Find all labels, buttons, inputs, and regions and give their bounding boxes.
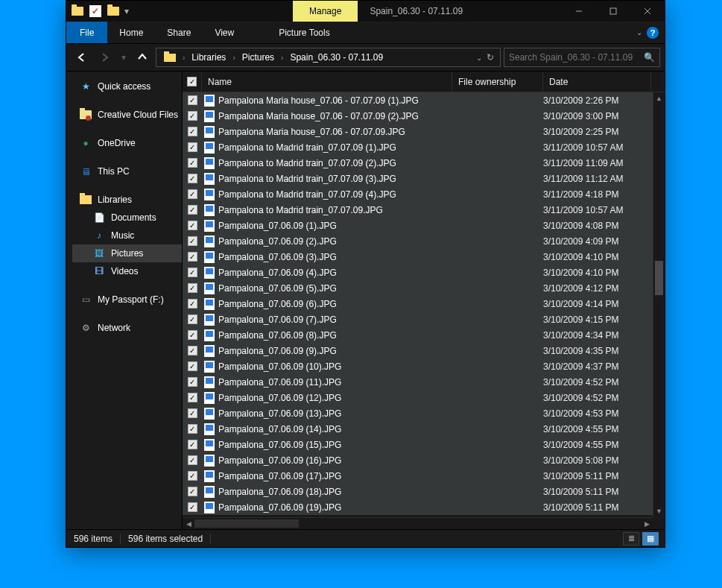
nav-creative-cloud[interactable]: Creative Cloud Files	[72, 106, 182, 124]
row-checkbox[interactable]: ✓	[188, 221, 197, 230]
file-row[interactable]: ✓Pampalona Maria house_07.06 - 07.07.09.…	[183, 124, 653, 139]
file-list[interactable]: ✓Pampalona Maria house_07.06 - 07.07.09 …	[183, 92, 665, 529]
navigation-pane[interactable]: ★ Quick access Creative Cloud Files ● On…	[66, 72, 183, 529]
file-row[interactable]: ✓Pampalona_07.06.09 (16).JPG3/10/2009 5:…	[183, 452, 653, 468]
row-checkbox[interactable]: ✓	[188, 487, 197, 496]
tab-home[interactable]: Home	[107, 22, 155, 43]
row-checkbox[interactable]: ✓	[188, 471, 197, 481]
nav-onedrive[interactable]: ● OneDrive	[72, 134, 182, 152]
row-checkbox[interactable]: ✓	[188, 424, 197, 434]
row-checkbox[interactable]: ✓	[188, 142, 197, 152]
chevron-right-icon[interactable]: ›	[230, 54, 237, 62]
qat-properties[interactable]: ✓	[87, 3, 104, 19]
row-checkbox[interactable]: ✓	[188, 205, 197, 215]
qat-new-folder[interactable]	[69, 3, 86, 19]
nav-network[interactable]: ⚙ Network	[72, 319, 182, 337]
nav-documents[interactable]: 📄 Documents	[72, 209, 182, 227]
scroll-down-icon[interactable]: ▼	[653, 505, 665, 517]
column-checkbox[interactable]: ✓	[183, 72, 202, 92]
row-checkbox[interactable]: ✓	[188, 268, 197, 277]
nav-this-pc[interactable]: 🖥 This PC	[72, 162, 182, 180]
file-row[interactable]: ✓Pampalona_07.06.09 (4).JPG3/10/2009 4:1…	[183, 265, 653, 280]
address-root-icon[interactable]	[159, 54, 180, 62]
scroll-thumb[interactable]	[194, 519, 299, 528]
file-row[interactable]: ✓Pampalona_07.06.09 (6).JPG3/10/2009 4:1…	[183, 296, 653, 312]
column-file-ownership[interactable]: File ownership	[452, 72, 543, 92]
tab-picture-tools[interactable]: Picture Tools	[267, 22, 341, 43]
row-checkbox[interactable]: ✓	[188, 408, 197, 418]
minimize-button[interactable]	[562, 1, 596, 22]
row-checkbox[interactable]: ✓	[188, 127, 197, 136]
row-checkbox[interactable]: ✓	[188, 440, 197, 449]
file-row[interactable]: ✓Pampalona_07.06.09 (9).JPG3/10/2009 4:3…	[183, 343, 653, 358]
up-button[interactable]	[132, 47, 153, 68]
refresh-button[interactable]: ↻	[487, 52, 494, 63]
nav-libraries[interactable]: Libraries	[72, 191, 182, 209]
search-box[interactable]: 🔍	[504, 48, 660, 67]
breadcrumb-pictures[interactable]: Pictures	[238, 52, 279, 63]
tab-file[interactable]: File	[66, 22, 107, 43]
row-checkbox[interactable]: ✓	[188, 502, 197, 512]
chevron-right-icon[interactable]: ›	[279, 54, 285, 62]
file-row[interactable]: ✓Pampalona_07.06.09 (7).JPG3/10/2009 4:1…	[183, 312, 653, 327]
file-row[interactable]: ✓Pampalona to Madrid train_07.07.09 (2).…	[183, 155, 653, 171]
file-row[interactable]: ✓Pampalona_07.06.09 (3).JPG3/10/2009 4:1…	[183, 249, 653, 265]
qat-dropdown[interactable]: ▾	[123, 6, 130, 16]
tab-view[interactable]: View	[203, 22, 246, 43]
forward-button[interactable]	[95, 47, 115, 68]
row-checkbox[interactable]: ✓	[188, 95, 197, 105]
file-row[interactable]: ✓Pampalona_07.06.09 (14).JPG3/10/2009 4:…	[183, 421, 653, 437]
file-row[interactable]: ✓Pampalona_07.06.09 (19).JPG3/10/2009 5:…	[183, 499, 653, 515]
ribbon-expand-icon[interactable]: ⌄	[636, 28, 642, 37]
scroll-up-icon[interactable]: ▲	[653, 92, 665, 104]
row-checkbox[interactable]: ✓	[188, 111, 197, 121]
row-checkbox[interactable]: ✓	[188, 189, 197, 199]
file-row[interactable]: ✓Pampalona_07.06.09 (15).JPG3/10/2009 4:…	[183, 437, 653, 452]
file-row[interactable]: ✓Pampalona_07.06.09 (2).JPG3/10/2009 4:0…	[183, 233, 653, 249]
file-row[interactable]: ✓Pampalona_07.06.09 (5).JPG3/10/2009 4:1…	[183, 280, 653, 296]
row-checkbox[interactable]: ✓	[188, 252, 197, 262]
qat-open-folder[interactable]	[105, 3, 121, 19]
column-date[interactable]: Date	[543, 72, 651, 92]
breadcrumb-current[interactable]: Spain_06.30 - 07.11.09	[285, 52, 387, 63]
file-row[interactable]: ✓Pampalona Maria house_07.06 - 07.07.09 …	[183, 92, 653, 108]
search-input[interactable]	[509, 52, 644, 63]
row-checkbox[interactable]: ✓	[188, 158, 197, 168]
file-row[interactable]: ✓Pampalona to Madrid train_07.07.09 (1).…	[183, 139, 653, 155]
file-row[interactable]: ✓Pampalona_07.06.09 (8).JPG3/10/2009 4:3…	[183, 327, 653, 343]
row-checkbox[interactable]: ✓	[188, 361, 197, 371]
row-checkbox[interactable]: ✓	[188, 455, 197, 465]
column-name[interactable]: Name	[202, 72, 452, 92]
file-row[interactable]: ✓Pampalona_07.06.09 (18).JPG3/10/2009 5:…	[183, 484, 653, 499]
chevron-right-icon[interactable]: ›	[180, 54, 187, 62]
scroll-track[interactable]	[194, 518, 641, 529]
file-row[interactable]: ✓Pampalona to Madrid train_07.07.09 (4).…	[183, 186, 653, 202]
scroll-left-icon[interactable]: ◀	[183, 518, 194, 529]
file-row[interactable]: ✓Pampalona to Madrid train_07.07.09 (3).…	[183, 171, 653, 186]
row-checkbox[interactable]: ✓	[188, 330, 197, 340]
file-row[interactable]: ✓Pampalona_07.06.09 (12).JPG3/10/2009 4:…	[183, 390, 653, 405]
tab-share[interactable]: Share	[155, 22, 203, 43]
file-row[interactable]: ✓Pampalona_07.06.09 (11).JPG3/10/2009 4:…	[183, 374, 653, 390]
nav-pictures[interactable]: 🖼 Pictures	[72, 244, 182, 262]
recent-dropdown[interactable]: ▾	[118, 47, 129, 68]
file-row[interactable]: ✓Pampalona to Madrid train_07.07.09.JPG3…	[183, 202, 653, 218]
select-all-checkbox[interactable]: ✓	[187, 77, 197, 86]
row-checkbox[interactable]: ✓	[188, 174, 197, 183]
nav-mypassport[interactable]: ▭ My Passport (F:)	[72, 291, 182, 309]
search-icon[interactable]: 🔍	[644, 52, 655, 63]
nav-quick-access[interactable]: ★ Quick access	[72, 78, 182, 95]
maximize-button[interactable]	[596, 1, 630, 22]
help-icon[interactable]: ?	[647, 27, 659, 39]
scroll-thumb[interactable]	[655, 261, 663, 295]
contextual-tab-manage[interactable]: Manage	[293, 1, 358, 22]
file-row[interactable]: ✓Pampalona_07.06.09 (17).JPG3/10/2009 5:…	[183, 468, 653, 484]
row-checkbox[interactable]: ✓	[188, 377, 197, 387]
row-checkbox[interactable]: ✓	[188, 236, 197, 246]
nav-music[interactable]: ♪ Music	[72, 227, 182, 244]
address-bar[interactable]: › Libraries › Pictures › Spain_06.30 - 0…	[156, 48, 501, 67]
scroll-track[interactable]	[653, 104, 665, 505]
row-checkbox[interactable]: ✓	[188, 314, 197, 324]
row-checkbox[interactable]: ✓	[188, 393, 197, 402]
nav-videos[interactable]: 🎞 Videos	[72, 262, 182, 280]
